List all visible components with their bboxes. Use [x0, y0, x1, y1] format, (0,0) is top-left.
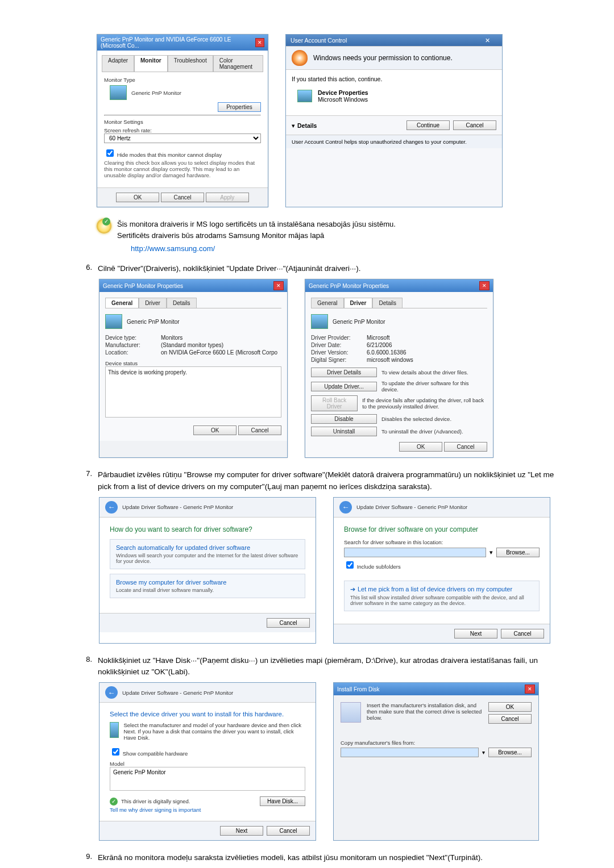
uac-title: User Account Control: [291, 37, 347, 44]
cancel-button[interactable]: Cancel: [238, 425, 281, 435]
close-icon[interactable]: ✕: [525, 685, 535, 694]
window-title: Generic PnP Monitor Properties: [103, 283, 183, 289]
cancel-button[interactable]: Cancel: [267, 618, 310, 628]
wizard-heading: Browse for driver software on your compu…: [344, 525, 540, 533]
update-driver-button[interactable]: Update Driver...: [311, 382, 377, 391]
manufacturer-value: (Standard monitor types): [161, 342, 223, 348]
close-icon[interactable]: ✕: [273, 281, 284, 290]
rollback-driver-button: Roll Back Driver: [311, 395, 358, 411]
disable-button[interactable]: Disable: [311, 414, 377, 424]
cancel-button[interactable]: Cancel: [161, 193, 204, 202]
monitor-properties-dialog: Generic PnP Monitor and NVIDIA GeForce 6…: [97, 34, 268, 207]
properties-button[interactable]: Properties: [218, 102, 261, 112]
step-number: 6.: [80, 263, 92, 274]
step-number: 8.: [80, 655, 92, 678]
next-button[interactable]: Next: [454, 629, 497, 639]
device-icon: [110, 722, 119, 738]
next-button[interactable]: Next: [220, 826, 263, 836]
device-status-label: Device status: [105, 360, 281, 366]
include-subfolders-input[interactable]: [346, 561, 354, 569]
digital-signer-value: microsoft windows: [367, 357, 413, 363]
uninstall-text: To uninstall the driver (Advanced).: [381, 428, 463, 435]
ifd-message: Insert the manufacturer's installation d…: [367, 702, 483, 724]
note-line-1: Šis monitora draiveris ir MS logo sertif…: [117, 219, 396, 230]
monitor-icon: [105, 314, 122, 329]
step-text: Cilnē "Driver"(Draiveris), noklikšķiniet…: [98, 263, 557, 274]
uninstall-button[interactable]: Uninstall: [311, 427, 377, 436]
option-pick-from-list[interactable]: ➔ Let me pick from a list of device driv…: [344, 581, 540, 611]
copy-from-input[interactable]: [341, 748, 479, 757]
cancel-button[interactable]: Cancel: [267, 826, 310, 836]
driver-details-text: To view details about the driver files.: [381, 369, 468, 375]
close-icon[interactable]: ✕: [479, 281, 489, 290]
cancel-button[interactable]: Cancel: [453, 120, 496, 130]
digital-signer-label: Digital Signer:: [311, 357, 362, 363]
model-list[interactable]: Generic PnP Monitor: [110, 767, 305, 791]
chevron-down-icon[interactable]: ▾: [489, 549, 493, 556]
details-toggle[interactable]: Details: [297, 122, 317, 129]
device-status-text: This device is working properly.: [108, 369, 187, 375]
refresh-rate-label: Screen refresh rate:: [104, 127, 261, 133]
chevron-down-icon[interactable]: ▾: [482, 749, 485, 756]
ok-button[interactable]: OK: [488, 702, 532, 712]
driver-signing-link[interactable]: Tell me why driver signing is important: [110, 807, 201, 813]
back-icon[interactable]: ←: [105, 501, 118, 514]
samsung-link[interactable]: http://www.samsung.com/: [131, 244, 215, 253]
uac-device-properties: Device Properties: [318, 89, 368, 96]
close-icon[interactable]: ✕: [485, 37, 497, 44]
tab-driver[interactable]: Driver: [139, 298, 167, 308]
tab-general[interactable]: General: [311, 298, 344, 308]
search-location-input[interactable]: [344, 548, 486, 557]
back-icon[interactable]: ←: [105, 686, 118, 699]
hide-modes-input[interactable]: [106, 149, 114, 157]
option-desc: Locate and install driver software manua…: [116, 587, 299, 593]
window-title: Generic PnP Monitor Properties: [309, 283, 389, 289]
cancel-button[interactable]: Cancel: [488, 714, 532, 724]
tab-details[interactable]: Details: [167, 298, 197, 308]
option-browse-computer[interactable]: Browse my computer for driver software L…: [110, 574, 305, 598]
update-driver-wizard-search: ← Update Driver Software - Generic PnP M…: [99, 497, 316, 644]
tab-details[interactable]: Details: [372, 298, 403, 308]
device-icon: [297, 90, 312, 102]
ok-button[interactable]: OK: [116, 193, 159, 202]
tab-adapter[interactable]: Adapter: [102, 55, 134, 72]
show-compatible-checkbox[interactable]: Show compatible hardware: [110, 746, 305, 757]
tab-troubleshoot[interactable]: Troubleshoot: [168, 55, 213, 72]
continue-button[interactable]: Continue: [406, 120, 450, 130]
browse-button[interactable]: Browse...: [496, 548, 540, 557]
step-7: 7. Pārbaudiet izvēles rūtiņu "Browse my …: [80, 469, 557, 493]
uac-vendor: Microsoft Windows: [318, 96, 368, 103]
close-icon[interactable]: ✕: [255, 38, 264, 47]
cancel-button[interactable]: Cancel: [444, 442, 487, 452]
tab-driver[interactable]: Driver: [344, 298, 373, 308]
ok-button[interactable]: OK: [193, 425, 237, 435]
refresh-rate-select[interactable]: 60 Hertz: [104, 133, 261, 143]
wizard-question: How do you want to search for driver sof…: [110, 525, 305, 533]
hide-modes-checkbox[interactable]: Hide modes that this monitor cannot disp…: [104, 152, 222, 158]
step-9: 9. Ekrānā no monitora modeļu saraksta iz…: [80, 852, 557, 863]
option-desc: This list will show installed driver sof…: [350, 595, 533, 606]
show-compatible-input[interactable]: [112, 748, 119, 756]
arrow-right-icon: ➔: [350, 586, 355, 593]
tab-monitor[interactable]: Monitor: [134, 55, 168, 72]
driver-date-value: 6/21/2006: [367, 342, 392, 348]
have-disk-button[interactable]: Have Disk...: [260, 796, 305, 806]
driver-details-button[interactable]: Driver Details: [311, 368, 377, 377]
tab-general[interactable]: General: [105, 298, 139, 308]
step-text: Noklikšķiniet uz "Have Disk···"(Paņemt d…: [98, 655, 557, 678]
option-search-auto[interactable]: Search automatically for updated driver …: [110, 539, 305, 569]
driver-provider-value: Microsoft: [367, 335, 390, 341]
chevron-down-icon[interactable]: ▾: [292, 122, 295, 129]
apply-button: Apply: [206, 193, 249, 202]
location-label: Location:: [105, 349, 156, 356]
device-properties-general: Generic PnP Monitor Properties ✕ General…: [99, 279, 288, 458]
model-item[interactable]: Generic PnP Monitor: [113, 769, 166, 775]
browse-button[interactable]: Browse...: [488, 748, 532, 757]
step-text: Ekrānā no monitora modeļu saraksta izvēl…: [98, 852, 557, 863]
cancel-button[interactable]: Cancel: [501, 629, 544, 639]
include-subfolders-checkbox[interactable]: Include subfolders: [344, 564, 401, 570]
tab-color-management[interactable]: Color Management: [213, 55, 263, 72]
ok-button[interactable]: OK: [399, 442, 442, 452]
step-8: 8. Noklikšķiniet uz "Have Disk···"(Paņem…: [80, 655, 557, 678]
back-icon[interactable]: ←: [339, 501, 352, 514]
